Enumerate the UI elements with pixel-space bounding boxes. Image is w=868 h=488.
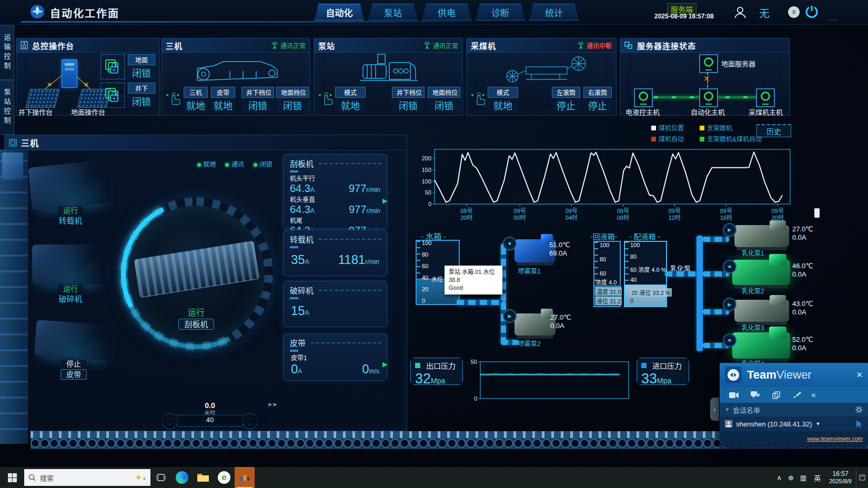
- tray-display-icon[interactable]: ▥: [797, 474, 810, 482]
- tab-diagnosis[interactable]: 诊断: [476, 4, 525, 21]
- svg-text:09号: 09号: [566, 208, 578, 214]
- chat-icon[interactable]: [748, 388, 762, 402]
- surface-lock-state[interactable]: 地面 闭锁: [128, 54, 155, 80]
- scraper-ring-display[interactable]: 运行 刮板机: [119, 197, 273, 351]
- emulsion-pump4-stop-icon[interactable]: ■: [723, 333, 736, 347]
- machine-status-indicators: 就地 通讯 闭锁: [197, 159, 272, 169]
- sidebar-item-pump-control[interactable]: 泵站控制: [0, 80, 14, 135]
- hydraulic-support-strip-image: [0, 149, 28, 444]
- underground-gear-button[interactable]: 井下档位闭锁: [392, 87, 425, 113]
- clock[interactable]: 16:57 2025/8/9: [825, 470, 856, 485]
- pressure-trend-chart[interactable]: 050: [470, 358, 633, 404]
- tray-network-icon[interactable]: ⊕: [785, 474, 797, 482]
- teamviewer-session-header[interactable]: ▼ 会话名单: [720, 403, 868, 416]
- belt-readout-card: 皮带 皮带1 0A 0m/s ▶: [283, 333, 387, 381]
- broken-link-x-icon: ✕: [703, 74, 710, 84]
- dash-decoration: [319, 163, 381, 164]
- emulsion-pump1-play-icon[interactable]: ▶: [723, 223, 736, 237]
- tab-pump-station[interactable]: 泵站: [368, 4, 418, 21]
- emulsion-pump2-stop-icon[interactable]: ■: [723, 260, 736, 273]
- underground-lock-icon[interactable]: [100, 83, 125, 108]
- teamviewer-logo-icon: [725, 367, 742, 383]
- pipe: [501, 340, 519, 345]
- scraper-readout-card: 刮板机 机头平行 64.3A 977r/min 机头垂直 64.3A 977r/…: [283, 154, 387, 229]
- left-drum-button[interactable]: 左滚筒停止: [552, 87, 580, 113]
- emulsion-pump3-play-icon[interactable]: ▶: [723, 298, 736, 311]
- coal-machine-trend-chart[interactable]: 05010015020008号20时09号00时09号04时09号08时09号1…: [421, 145, 795, 222]
- teamviewer-session-row[interactable]: shenshen (10.248.41.32) ▼: [720, 416, 868, 431]
- screen-switch-icon[interactable]: ≡: [788, 6, 800, 18]
- active-app-scada[interactable]: [235, 467, 255, 488]
- expand-arrow-icon[interactable]: ▶: [382, 360, 388, 368]
- stage-loader-image[interactable]: [28, 159, 112, 210]
- power-icon[interactable]: [805, 5, 819, 18]
- chart-scroll-marker[interactable]: [814, 208, 820, 218]
- user-icon[interactable]: [733, 5, 747, 19]
- return-tank-title: -回液箱-: [590, 231, 617, 241]
- mode-button[interactable]: 模式就地: [335, 87, 366, 113]
- surface-server-node[interactable]: [699, 54, 718, 73]
- svg-text:◂: ◂: [471, 92, 473, 97]
- tab-automation[interactable]: 自动化: [315, 4, 364, 21]
- belt-mode-button[interactable]: 皮带就地: [211, 87, 235, 113]
- teamviewer-side-tab[interactable]: ›: [710, 398, 719, 421]
- files-icon[interactable]: [769, 388, 783, 402]
- emulsion-pump4-image[interactable]: [732, 332, 790, 359]
- spray-pump1-stop-icon[interactable]: ■: [503, 237, 517, 250]
- emulsion-pump1-readings: 27.0℃0.0A: [792, 225, 813, 242]
- spray-pump2-play-icon[interactable]: ▶: [503, 309, 517, 323]
- header-datetime: 2025-08-09 16:57:08: [654, 13, 714, 20]
- underground-lock-state[interactable]: 井下 闭锁: [128, 83, 155, 108]
- brush-icon[interactable]: [790, 388, 804, 402]
- surface-gear-button[interactable]: 地面档位闭锁: [428, 87, 460, 113]
- file-explorer-icon[interactable]: [193, 467, 214, 488]
- collapse-icon[interactable]: «: [811, 390, 816, 400]
- edge-browser-icon[interactable]: [171, 467, 193, 488]
- notification-center-button[interactable]: [856, 467, 868, 488]
- belt-image[interactable]: [34, 320, 114, 361]
- pressure-chart-area: 050: [470, 358, 633, 404]
- emulsion-pump2-image[interactable]: [732, 260, 790, 285]
- tab-statistics[interactable]: 统计: [529, 4, 579, 21]
- ehc-host-node[interactable]: [634, 88, 653, 107]
- mix-tank[interactable]: 100 80 60 浓度 4.0 % 40 20 液位 33.2 % 0: [624, 241, 667, 307]
- pump-outline-graphic: [359, 53, 422, 84]
- tab-power-supply[interactable]: 供电: [422, 4, 471, 21]
- shearer-host-label: 采煤机主机: [749, 107, 783, 117]
- emulsion-pump3-image[interactable]: [734, 300, 789, 322]
- svg-text:◂: ◂: [318, 92, 321, 97]
- start-button[interactable]: [0, 467, 24, 488]
- mode-button[interactable]: 模式就地: [488, 87, 518, 113]
- expand-arrow-icon[interactable]: ▶: [382, 197, 388, 205]
- panel-title: 泵站: [318, 40, 335, 51]
- automation-host-node[interactable]: [699, 88, 718, 107]
- surface-lock-icon[interactable]: [100, 54, 125, 79]
- sidebar-item-transport-control[interactable]: 运输控制: [0, 25, 14, 80]
- surface-gear-button[interactable]: 地面档位闭锁: [276, 87, 309, 113]
- language-indicator[interactable]: 英: [810, 473, 825, 483]
- sanji-mode-button[interactable]: 三机就地: [184, 87, 208, 113]
- server-connection-panel: 服务器连接状态 地面服务器 ✕ 电液控主机 自动化主机 采煤机主机: [620, 38, 790, 116]
- gear-icon[interactable]: [855, 406, 863, 413]
- right-drum-button[interactable]: 右滚筒停止: [583, 87, 612, 113]
- history-button[interactable]: 历史: [756, 124, 791, 137]
- underground-gear-button[interactable]: 井下档位闭锁: [241, 87, 274, 113]
- crusher-image[interactable]: [32, 245, 106, 284]
- mode-indicator[interactable]: 无: [759, 5, 770, 21]
- page-title: 自动化工作面: [50, 5, 119, 21]
- return-tank[interactable]: 100 80 60 浓度 4.0 温度 31.0 液位 31.2: [593, 241, 621, 307]
- shearer-host-node[interactable]: [756, 88, 775, 107]
- task-view-button[interactable]: [150, 467, 171, 488]
- teamviewer-link[interactable]: www.teamviewer.com: [807, 435, 863, 442]
- teamviewer-close-button[interactable]: ✕: [856, 370, 863, 380]
- search-box[interactable]: 搜索 ✦✦: [24, 469, 150, 486]
- video-icon[interactable]: [727, 388, 741, 402]
- emulsion-pump1-image[interactable]: [734, 225, 789, 247]
- spray-pump2-image[interactable]: [514, 313, 556, 336]
- tray-chevron-icon[interactable]: ∧: [773, 474, 785, 482]
- teamviewer-header[interactable]: TeamViewer ✕: [720, 363, 868, 387]
- svg-text:20时: 20时: [460, 215, 472, 221]
- svg-text:09号: 09号: [514, 208, 526, 214]
- browser-360-icon[interactable]: e: [214, 467, 235, 488]
- emulsion-pump3-readings: 43.0℃0.0A: [792, 300, 813, 317]
